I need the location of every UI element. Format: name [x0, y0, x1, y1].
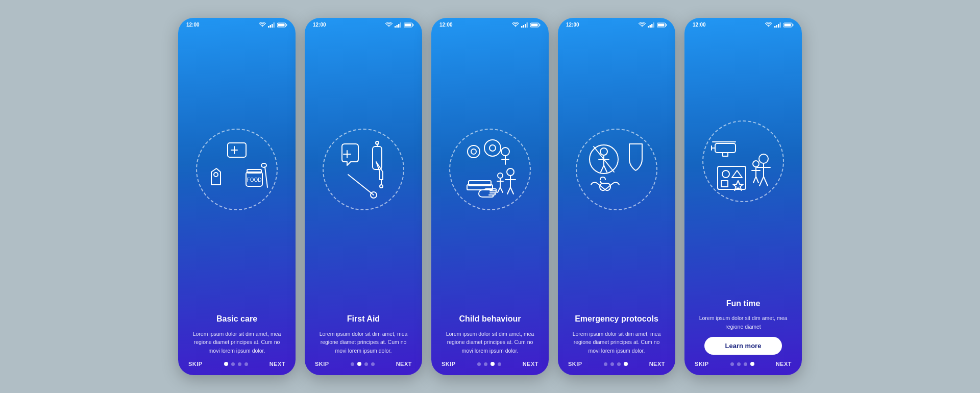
title-basic-care: Basic care — [188, 314, 285, 325]
dots-1 — [224, 362, 248, 366]
svg-point-31 — [380, 185, 383, 188]
svg-line-55 — [500, 187, 503, 192]
svg-rect-59 — [650, 25, 651, 28]
content-emergency: Emergency protocols Lorem ipsum dolor si… — [558, 309, 675, 355]
svg-point-40 — [471, 149, 476, 154]
next-btn-3[interactable]: NEXT — [523, 361, 538, 367]
svg-rect-2 — [272, 24, 273, 28]
title-emergency: Emergency protocols — [568, 314, 665, 325]
screens-container: 12:00 — [178, 18, 802, 375]
svg-rect-60 — [651, 24, 653, 28]
svg-rect-34 — [525, 24, 526, 28]
skip-btn-4[interactable]: SKIP — [568, 361, 582, 367]
time-3: 12:00 — [439, 22, 453, 28]
screen-first-aid: 12:00 — [305, 18, 422, 375]
wifi-icon-4 — [639, 22, 646, 28]
svg-rect-77 — [793, 24, 794, 26]
signal-icon-3 — [521, 22, 528, 28]
status-bar-3: 12:00 — [431, 18, 549, 30]
svg-rect-85 — [721, 181, 728, 187]
dots-5 — [730, 362, 754, 366]
learn-more-button[interactable]: Learn more — [704, 337, 782, 355]
content-fun-time: Fun time Lorem ipsum dolor sit dim amet,… — [684, 293, 802, 355]
svg-rect-1 — [270, 25, 272, 28]
title-fun-time: Fun time — [695, 299, 792, 309]
illustration-fun-time — [684, 30, 802, 293]
svg-line-70 — [601, 165, 604, 172]
skip-btn-5[interactable]: SKIP — [695, 361, 709, 367]
svg-point-87 — [759, 154, 768, 163]
fun-time-icon — [707, 126, 779, 197]
svg-rect-0 — [268, 26, 270, 28]
svg-point-10 — [214, 173, 218, 177]
wifi-icon-2 — [385, 22, 393, 28]
svg-rect-74 — [778, 24, 779, 28]
svg-line-50 — [510, 187, 513, 194]
svg-rect-18 — [398, 24, 400, 28]
svg-rect-33 — [523, 25, 525, 28]
svg-line-28 — [348, 175, 374, 195]
dot-4-0 — [604, 362, 607, 366]
svg-rect-6 — [278, 23, 285, 26]
svg-rect-79 — [715, 143, 736, 153]
svg-rect-32 — [521, 26, 523, 28]
svg-line-95 — [753, 177, 756, 183]
svg-rect-73 — [776, 25, 778, 28]
battery-icon-3 — [530, 22, 541, 28]
dots-2 — [351, 362, 375, 366]
next-btn-2[interactable]: NEXT — [396, 361, 412, 367]
desc-fun-time: Lorem ipsum dolor sit dim amet, mea regi… — [695, 314, 792, 331]
title-first-aid: First Aid — [315, 314, 412, 325]
dot-4-1 — [610, 362, 614, 366]
dot-1-3 — [244, 362, 248, 366]
dots-4 — [604, 362, 628, 366]
svg-rect-72 — [774, 26, 776, 28]
status-bar-1: 12:00 — [178, 18, 296, 30]
svg-point-42 — [489, 145, 496, 151]
svg-rect-64 — [658, 23, 665, 26]
wifi-icon-5 — [765, 22, 772, 28]
desc-basic-care: Lorem ipsum dolor sit dim amet, mea regi… — [188, 330, 285, 355]
svg-line-14 — [265, 167, 267, 187]
skip-btn-2[interactable]: SKIP — [315, 361, 329, 367]
dot-2-3 — [371, 362, 375, 366]
svg-point-92 — [753, 161, 759, 167]
svg-line-96 — [756, 177, 758, 183]
dot-1-0 — [224, 362, 228, 366]
screen-emergency-protocols: 12:00 — [558, 18, 675, 375]
svg-rect-58 — [648, 26, 649, 28]
svg-point-46 — [507, 168, 514, 176]
next-btn-1[interactable]: NEXT — [270, 361, 285, 367]
svg-rect-19 — [400, 22, 402, 28]
dot-5-1 — [737, 362, 741, 366]
skip-btn-3[interactable]: SKIP — [442, 361, 456, 367]
dot-3-1 — [484, 362, 487, 366]
svg-rect-22 — [405, 23, 411, 26]
status-icons-3 — [512, 22, 541, 28]
bottom-nav-3: SKIP NEXT — [431, 355, 549, 375]
emergency-icon — [581, 134, 652, 205]
dot-4-3 — [624, 362, 628, 366]
dot-2-0 — [351, 362, 354, 366]
time-2: 12:00 — [313, 22, 326, 28]
content-basic-care: Basic care Lorem ipsum dolor sit dim ame… — [178, 309, 296, 355]
content-first-aid: First Aid Lorem ipsum dolor sit dim amet… — [305, 309, 422, 355]
bottom-nav-2: SKIP NEXT — [305, 355, 422, 375]
svg-line-90 — [760, 177, 764, 186]
desc-first-aid: Lorem ipsum dolor sit dim amet, mea regi… — [315, 330, 412, 355]
svg-point-27 — [376, 141, 379, 144]
first-aid-icon — [328, 134, 399, 205]
next-btn-4[interactable]: NEXT — [649, 361, 665, 367]
svg-rect-38 — [531, 23, 538, 26]
status-bar-2: 12:00 — [305, 18, 422, 30]
dot-5-0 — [730, 362, 734, 366]
svg-line-54 — [498, 187, 500, 192]
dot-5-3 — [750, 362, 754, 366]
dot-1-2 — [238, 362, 241, 366]
svg-rect-17 — [397, 25, 398, 28]
dot-3-3 — [498, 362, 501, 366]
skip-btn-1[interactable]: SKIP — [188, 361, 203, 367]
status-bar-5: 12:00 — [684, 18, 802, 30]
next-btn-5[interactable]: NEXT — [776, 361, 792, 367]
svg-point-67 — [600, 148, 607, 155]
